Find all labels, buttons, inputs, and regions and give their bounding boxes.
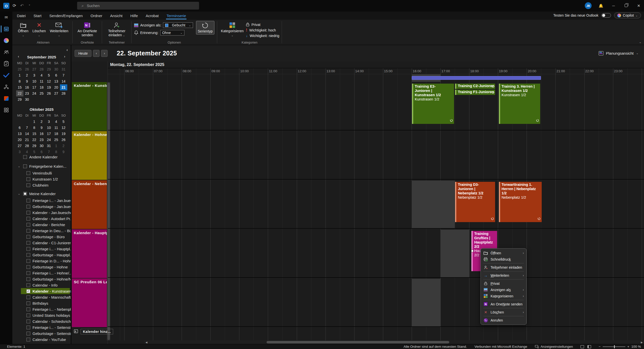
calendar-checkbox[interactable] xyxy=(26,177,30,181)
calendar-checkbox[interactable] xyxy=(26,277,30,281)
mini-cal-day[interactable]: 27 xyxy=(31,66,38,72)
calendar-list-item[interactable]: Feiertage i... - Hohne/... xyxy=(12,270,71,276)
importance-low-button[interactable]: ↓ Wichtigkeit: niedrig xyxy=(246,33,279,39)
calendar-event[interactable]: Torwarttraining 1. Herren | Nebenplatz 1… xyxy=(499,182,542,222)
calendar-list-item[interactable]: ✓Kalender - Kunstrasen xyxy=(12,288,71,294)
mini-cal-day[interactable]: 19 xyxy=(45,84,53,90)
notifications-bell-icon[interactable]: 🔔 xyxy=(598,4,604,8)
mini-cal-day[interactable]: 3 xyxy=(45,119,53,125)
calendar-checkbox[interactable] xyxy=(26,313,30,317)
calendar-event[interactable]: Training F1-Junioren | Kunstrasen 1/2 xyxy=(455,90,495,95)
calendar-row[interactable]: Training F3-Junioren | Nebenplatz 1/2Tra… xyxy=(108,180,644,229)
resize-handle[interactable] xyxy=(471,250,473,252)
calendar-list-item[interactable]: Geburtstage - Hohne xyxy=(12,264,71,270)
calendar-checkbox[interactable] xyxy=(26,307,30,311)
new-outlook-toggle[interactable] xyxy=(601,13,611,18)
mini-cal-next-icon[interactable]: › xyxy=(64,54,65,58)
calendar-checkbox[interactable]: ✓ xyxy=(26,289,30,293)
calendar-checkbox[interactable] xyxy=(26,283,30,287)
today-button[interactable]: Heute xyxy=(75,50,91,57)
search-input[interactable]: ⌕ Suchen xyxy=(77,2,199,10)
mini-cal-day[interactable]: 21 xyxy=(60,84,67,90)
mini-cal-day[interactable]: 8 xyxy=(31,125,38,131)
forward-button[interactable]: Weiterleiten⌄ xyxy=(48,21,70,39)
calendar-list-item[interactable]: Calendar - Info xyxy=(12,282,71,288)
ribbon-tab-acrobat[interactable]: Acrobat xyxy=(145,12,159,19)
mini-cal-day[interactable]: 15 xyxy=(31,131,38,137)
calendar-group-checkbox[interactable] xyxy=(23,155,27,159)
quick-access-customize-icon[interactable]: ⌄ xyxy=(27,3,32,6)
add-calendar-button[interactable]: Kalender hinz... xyxy=(74,329,113,334)
mini-cal-day[interactable]: 5 xyxy=(60,119,67,125)
calendar-checkbox[interactable] xyxy=(26,301,30,305)
copilot-button[interactable]: Copilot ⌄ xyxy=(614,12,641,18)
calendar-checkbox[interactable] xyxy=(26,235,30,239)
mini-cal-day[interactable]: 30 xyxy=(38,143,45,149)
calendar-list-item[interactable]: Calendar - C1-Junioren xyxy=(12,240,71,246)
more-apps-icon[interactable] xyxy=(0,104,12,116)
calendar-event[interactable]: Training D3-Junioren | Nebenplatz 1/2Neb… xyxy=(455,182,495,222)
todo-icon[interactable] xyxy=(0,69,12,81)
reading-view-icon[interactable] xyxy=(588,345,591,348)
calendar-checkbox[interactable] xyxy=(26,183,30,187)
avatar[interactable]: JB xyxy=(585,2,592,9)
mini-cal-day[interactable]: 23 xyxy=(38,137,45,143)
ribbon-tab-start[interactable]: Start xyxy=(33,12,42,19)
calendar-list-item[interactable]: Feiertage in Deu... - Büro xyxy=(12,228,71,234)
mini-cal-day[interactable]: 2 xyxy=(23,72,31,78)
mini-cal-day[interactable]: 11 xyxy=(53,125,60,131)
display-settings-button[interactable]: Anzeigeeinstellungen xyxy=(535,345,573,348)
send-to-onenote-button[interactable]: N An OneNote senden xyxy=(75,21,99,38)
calendar-group-checkbox[interactable] xyxy=(23,164,27,168)
calendar-checkbox[interactable] xyxy=(26,211,30,215)
mini-cal-day[interactable]: 24 xyxy=(45,137,53,143)
calendar-event[interactable]: Training E3-Junioren | Kunstrasen 1/2Kun… xyxy=(412,84,454,124)
calendar-list-item[interactable]: Feiertage i... - Jan.bues... xyxy=(12,197,71,203)
mini-cal-day[interactable]: 29 xyxy=(16,96,23,102)
mini-cal-day[interactable]: 28 xyxy=(23,143,31,149)
calendar-checkbox[interactable] xyxy=(26,265,30,269)
ribbon-tab-hilfe[interactable]: Hilfe xyxy=(130,12,138,19)
mini-cal-day[interactable]: 6 xyxy=(16,125,23,131)
mail-icon[interactable]: ✉ xyxy=(0,12,12,23)
minimize-button[interactable]: ─ xyxy=(610,4,617,8)
restore-button[interactable] xyxy=(623,4,629,8)
calendar-checkbox[interactable] xyxy=(26,171,30,175)
calendar-list-item[interactable]: Geburtstage - Jan.bues... xyxy=(12,203,71,210)
tasks-icon[interactable] xyxy=(0,58,12,69)
ribbon-tab-senden-empfangen[interactable]: Senden/Empfangen xyxy=(49,12,83,19)
calendar-list-item[interactable]: Calendar - Mannschaft... xyxy=(12,294,71,300)
calendar-checkbox[interactable] xyxy=(26,253,30,257)
calendar-checkbox[interactable] xyxy=(26,320,30,323)
office-app-icon[interactable] xyxy=(0,93,12,104)
mini-cal-day[interactable]: 16 xyxy=(38,131,45,137)
calendar-list-item[interactable]: Geburtstage - Büro xyxy=(12,234,71,240)
close-button[interactable]: ✕ xyxy=(635,4,642,8)
calendar-event[interactable]: Training C2-Junioren | Kunstrasen 1/2 xyxy=(455,84,495,89)
ribbon-tab-terminserie[interactable]: Terminserie xyxy=(166,12,187,19)
calendar-icon[interactable] xyxy=(0,23,12,35)
context-menu-item-privat[interactable]: Privat xyxy=(481,280,526,287)
mini-cal-day[interactable]: 14 xyxy=(60,78,67,84)
calendar-list-item[interactable]: Feiertage in D... - Hohne xyxy=(12,258,71,264)
org-icon[interactable] xyxy=(0,81,12,93)
calendar-list-item[interactable]: Calendar - YouTube xyxy=(12,336,71,342)
calendar-checkbox[interactable] xyxy=(26,217,30,221)
ribbon-tab-datei[interactable]: Datei xyxy=(16,12,26,19)
mini-cal-day[interactable]: 31 xyxy=(45,143,53,149)
mini-cal-prev-icon[interactable]: ‹ xyxy=(18,54,19,58)
chevron-down-icon[interactable]: ⌄ xyxy=(18,165,21,168)
calendar-checkbox[interactable] xyxy=(26,295,30,299)
mini-cal-day[interactable]: 12 xyxy=(60,125,67,131)
delete-button[interactable]: ✕ Löschen⌄ xyxy=(31,21,47,39)
categorize-button[interactable]: Kategorisieren⌄ xyxy=(220,21,245,39)
mini-cal-day[interactable]: 17 xyxy=(31,84,38,90)
calendar-checkbox[interactable] xyxy=(26,205,30,208)
schedule-grid[interactable]: Montag, 22. September 2025 06:0007:0008:… xyxy=(108,61,644,344)
calendar-checkbox[interactable] xyxy=(26,241,30,245)
zoom-in-icon[interactable]: + xyxy=(627,345,629,348)
mini-cal-day[interactable]: 28 xyxy=(60,90,67,96)
mini-cal-day[interactable]: 29 xyxy=(31,143,38,149)
context-menu-item-l-schen[interactable]: ✕Löschen› xyxy=(481,309,526,315)
calendar-checkbox[interactable] xyxy=(26,332,30,335)
